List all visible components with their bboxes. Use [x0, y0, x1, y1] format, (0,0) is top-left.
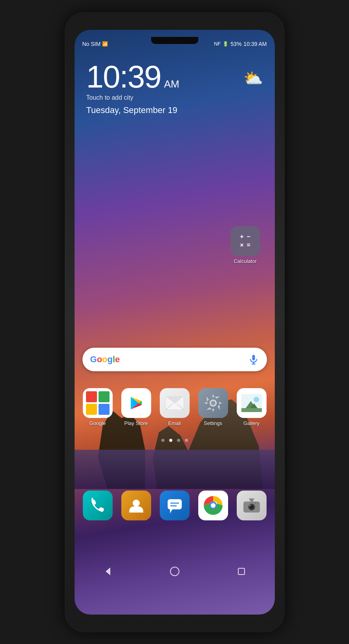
google-letter-e: e	[115, 354, 120, 364]
dock-item-messages[interactable]	[157, 491, 192, 520]
clock-time-row: 10:39 AM	[86, 61, 179, 93]
recent-icon	[236, 566, 247, 577]
grid-blue	[99, 404, 110, 415]
app-item-play-store[interactable]: Play Store	[119, 388, 154, 426]
svg-point-36	[170, 567, 179, 576]
dock-item-phone[interactable]	[80, 491, 115, 520]
play-store-app-icon	[121, 388, 151, 418]
wallpaper	[75, 30, 275, 615]
nfc-label: NF	[214, 41, 221, 47]
nav-home-button[interactable]	[165, 562, 185, 581]
phone-screen: No SIM 📶 NF 🔋 53% 10:39 AM 10:39 AM Touc…	[75, 30, 275, 615]
calc-row-2: × =	[240, 242, 250, 249]
mic-icon[interactable]	[248, 354, 259, 365]
clock-widget[interactable]: 10:39 AM Touch to add city Tuesday, Sept…	[86, 61, 179, 115]
calculator-app-icon[interactable]: + − × = Calculator	[228, 226, 263, 264]
grid-green	[99, 391, 110, 402]
svg-rect-37	[238, 568, 245, 575]
app-item-settings[interactable]: Settings	[196, 388, 231, 426]
status-left: No SIM 📶	[82, 41, 108, 47]
app-item-email[interactable]: Email	[157, 388, 192, 426]
svg-point-19	[133, 500, 140, 507]
camera-dock-icon	[237, 491, 267, 520]
google-letter-g2: g	[108, 354, 113, 364]
svg-rect-18	[241, 408, 262, 412]
app-row: Google	[75, 388, 275, 426]
play-store-label: Play Store	[124, 420, 148, 426]
nav-back-button[interactable]	[98, 562, 118, 581]
google-letter-o2: o	[102, 354, 107, 364]
home-icon	[169, 566, 180, 577]
dot-2	[177, 439, 180, 442]
contacts-icon-svg	[128, 497, 145, 514]
svg-marker-29	[249, 498, 254, 502]
calc-minus: −	[247, 233, 250, 240]
svg-point-27	[211, 503, 216, 508]
messages-dock-icon	[160, 491, 190, 520]
app-item-gallery[interactable]: Gallery	[234, 388, 269, 426]
settings-app-icon	[198, 388, 228, 418]
svg-point-12	[211, 401, 216, 405]
chrome-icon-svg	[203, 495, 223, 516]
google-letter-g1: G	[90, 354, 97, 364]
contacts-dock-icon	[121, 491, 151, 520]
dot-0	[161, 439, 164, 442]
phone-outer: No SIM 📶 NF 🔋 53% 10:39 AM 10:39 AM Touc…	[65, 12, 285, 632]
chrome-dock-icon	[198, 491, 228, 520]
calc-row-1: + −	[240, 233, 250, 240]
settings-label: Settings	[204, 420, 222, 426]
google-search-bar[interactable]: Google	[82, 348, 267, 371]
status-right: NF 🔋 53% 10:39 AM	[214, 41, 267, 47]
battery-percent: 53%	[230, 41, 241, 47]
weather-widget[interactable]: ⛅	[243, 69, 263, 88]
status-time: 10:39 AM	[243, 41, 267, 47]
calc-icon-bg: + − × =	[230, 226, 260, 256]
email-label: Email	[168, 420, 181, 426]
camera-icon-svg	[243, 498, 261, 513]
bottom-dock	[75, 491, 275, 520]
svg-rect-0	[252, 355, 255, 360]
svg-point-15	[254, 397, 259, 402]
google-letter-o1: o	[97, 354, 102, 364]
clock-ampm: AM	[164, 78, 179, 90]
data-icon: 🔋	[223, 41, 228, 47]
svg-marker-35	[106, 567, 110, 575]
settings-svg	[203, 393, 223, 413]
water	[75, 450, 275, 489]
play-store-svg	[128, 394, 145, 412]
nav-recent-button[interactable]	[232, 562, 251, 581]
svg-rect-20	[168, 499, 182, 509]
nav-bar	[75, 560, 275, 583]
clock-date: Tuesday, September 19	[86, 105, 179, 115]
dot-3	[185, 439, 188, 442]
phone-icon-svg	[90, 498, 106, 513]
calc-plus: +	[240, 233, 243, 240]
google-logo: Google	[90, 354, 120, 365]
calc-equals: =	[247, 242, 250, 249]
svg-marker-21	[170, 509, 172, 513]
dock-item-chrome[interactable]	[196, 491, 231, 520]
clock-time-display: 10:39	[86, 61, 161, 93]
back-icon	[102, 566, 113, 577]
gallery-app-icon	[237, 388, 267, 418]
calculator-label: Calculator	[228, 258, 263, 264]
app-item-google[interactable]: Google	[80, 388, 115, 426]
gallery-label: Gallery	[243, 420, 259, 426]
gallery-svg	[241, 393, 263, 413]
dock-item-contacts[interactable]	[119, 491, 154, 520]
speaker-notch	[151, 37, 198, 44]
phone-dock-icon	[83, 491, 113, 520]
email-svg	[165, 396, 184, 410]
svg-point-34	[255, 502, 256, 504]
email-app-icon	[160, 388, 190, 418]
dock-item-camera[interactable]	[234, 491, 269, 520]
grid-red	[86, 391, 97, 402]
calc-times: ×	[240, 242, 243, 249]
sim-icon: 📶	[102, 41, 108, 47]
grid-yellow	[86, 404, 97, 415]
svg-point-33	[249, 505, 251, 506]
no-sim-label: No SIM	[82, 41, 101, 47]
clock-subtitle: Touch to add city	[86, 94, 179, 101]
dot-1	[169, 439, 172, 442]
messages-icon-svg	[166, 497, 183, 514]
